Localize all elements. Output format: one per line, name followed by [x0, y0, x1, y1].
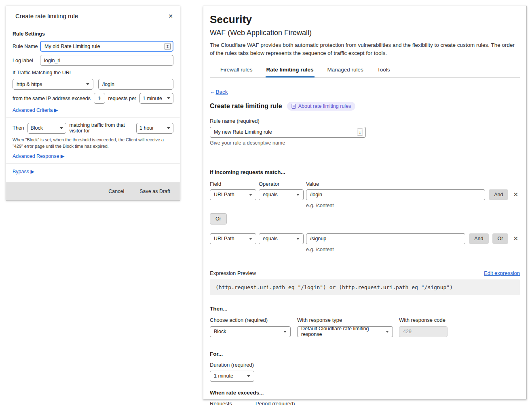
autofill-icon[interactable]: ↧ — [357, 129, 363, 136]
choose-action-label: Choose action (required) — [210, 317, 291, 323]
value-helper: e.g. /content — [306, 203, 520, 208]
security-waf-panel: Security WAF (Web Application Firewall) … — [203, 6, 527, 399]
autofill-icon[interactable]: ↧ — [165, 43, 171, 50]
bypass-link[interactable]: Bypass ▶ — [13, 168, 173, 174]
edit-expression-link[interactable]: Edit expression — [484, 270, 520, 276]
duration-select[interactable]: 1 minute — [210, 371, 254, 382]
back-arrow-icon: ← — [210, 89, 215, 95]
then-row: Then Block matching traffic from that vi… — [13, 122, 173, 134]
rule-name-label: Rule Name — [13, 44, 40, 49]
page-description: The Cloudflare WAF provides both automat… — [210, 41, 520, 58]
operator-select[interactable]: equals — [259, 233, 304, 244]
incoming-requests-heading: If incoming requests match... — [210, 169, 520, 175]
response-type-label: With response type — [297, 317, 393, 323]
chevron-down-icon — [86, 83, 89, 85]
save-as-draft-button[interactable]: Save as Draft — [139, 189, 170, 194]
field-column-label: Field — [210, 181, 259, 187]
rule-name-helper: Give your rule a descriptive name — [210, 140, 520, 146]
and-button[interactable]: And — [489, 189, 508, 200]
period-select[interactable]: 1 minute — [139, 93, 173, 104]
field-select[interactable]: URI Path — [210, 189, 256, 200]
condition-row: URI Path equals And Or ✕ — [210, 233, 520, 244]
threshold-middle-text: requests per — [108, 96, 136, 101]
chevron-down-icon — [167, 127, 170, 129]
then-middle-text: matching traffic from that visitor for — [70, 122, 133, 134]
response-code-input — [399, 326, 448, 337]
value-column-label: Value — [306, 181, 319, 187]
value-input[interactable] — [306, 233, 465, 244]
chevron-down-icon — [386, 331, 389, 333]
about-rate-limiting-rules-badge[interactable]: About rate limiting rules — [287, 102, 356, 111]
field-select[interactable]: URI Path — [210, 233, 256, 244]
dialog-title: Create rate limiting rule — [13, 13, 78, 19]
threshold-prefix-text: from the same IP address exceeds — [13, 96, 91, 101]
advanced-criteria-link[interactable]: Advanced Criteria ▶ — [13, 107, 173, 113]
operator-select[interactable]: equals — [259, 189, 304, 200]
operator-column-label: Operator — [259, 181, 306, 187]
document-icon — [291, 104, 296, 109]
rule-name-row: Rule Name ↧ — [13, 41, 173, 52]
value-helper: e.g. /content — [306, 247, 520, 252]
close-icon[interactable]: ✕ — [168, 13, 173, 19]
divider — [6, 117, 180, 118]
tab-firewall-rules[interactable]: Firewall rules — [220, 64, 253, 78]
condition-row: URI Path equals And ✕ — [210, 189, 520, 200]
value-input[interactable] — [306, 189, 485, 200]
dialog-footer: Cancel Save as Draft — [6, 182, 180, 200]
dialog-body: Rule Settings Rule Name ↧ Log label If T… — [6, 26, 180, 174]
url-input[interactable] — [98, 79, 173, 90]
log-label-row: Log label — [13, 55, 173, 66]
chevron-down-icon — [249, 194, 252, 196]
scheme-select[interactable]: http & https — [13, 79, 93, 90]
chevron-down-icon — [283, 331, 287, 333]
remove-condition-icon[interactable]: ✕ — [511, 191, 520, 198]
form-title: Create rate limiting rule — [210, 103, 282, 110]
waf-tabs: Firewall rules Rate limiting rules Manag… — [210, 64, 520, 78]
chevron-down-icon — [247, 375, 250, 377]
tab-managed-rules[interactable]: Managed rules — [327, 64, 364, 78]
block-duration-select[interactable]: 1 hour — [136, 123, 173, 134]
traffic-match-heading: If Traffic Matching the URL — [13, 70, 173, 76]
then-heading: Then... — [210, 306, 520, 312]
rule-name-input[interactable] — [40, 41, 173, 52]
cancel-button[interactable]: Cancel — [108, 189, 124, 194]
divider — [210, 158, 520, 158]
url-match-row: http & https — [13, 79, 173, 90]
remove-condition-icon[interactable]: ✕ — [511, 235, 520, 242]
action-select[interactable]: Block — [210, 326, 291, 337]
dialog-header: Create rate limiting rule ✕ — [6, 6, 180, 26]
page-subtitle: WAF (Web Application Firewall) — [210, 29, 520, 37]
rule-name-label: Rule name (required) — [210, 118, 520, 124]
chevron-down-icon — [296, 194, 300, 196]
response-code-label: With response code — [399, 317, 448, 323]
form-title-row: Create rate limiting rule About rate lim… — [210, 102, 520, 111]
response-type-select[interactable]: Default Cloudflare rate limiting respons… — [297, 326, 393, 337]
and-button[interactable]: And — [469, 233, 488, 244]
rule-name-input[interactable] — [210, 127, 366, 138]
rate-exceeds-heading: When rate exceeds... — [210, 390, 520, 396]
requests-label: Requests (required) — [210, 401, 255, 405]
chevron-down-icon — [167, 97, 170, 99]
divider — [6, 163, 180, 164]
threshold-input[interactable] — [94, 93, 105, 104]
create-rate-limiting-rule-dialog: Create rate limiting rule ✕ Rule Setting… — [6, 6, 180, 201]
expression-preview-label: Expression Preview — [210, 270, 256, 276]
log-label-input[interactable] — [40, 55, 173, 66]
tab-tools[interactable]: Tools — [376, 64, 391, 78]
or-button[interactable]: Or — [492, 233, 509, 244]
tab-rate-limiting-rules[interactable]: Rate limiting rules — [266, 64, 315, 78]
action-select[interactable]: Block — [27, 123, 66, 134]
page-title: Security — [210, 13, 520, 26]
or-button[interactable]: Or — [210, 213, 227, 225]
advanced-response-link[interactable]: Advanced Response ▶ — [13, 153, 173, 159]
for-heading: For... — [210, 351, 520, 357]
back-link[interactable]: ←Back — [210, 89, 520, 95]
block-note-text: When “Block” is set, when the threshold … — [13, 137, 173, 150]
threshold-row: from the same IP address exceeds request… — [13, 93, 173, 104]
duration-label: Duration (required) — [210, 362, 520, 368]
log-label-label: Log label — [13, 58, 40, 63]
chevron-down-icon — [60, 127, 63, 129]
expression-preview-code: (http.request.uri.path eq "/login") or (… — [210, 279, 520, 295]
chevron-down-icon — [249, 238, 252, 240]
period-label: Period (required) — [255, 401, 295, 405]
